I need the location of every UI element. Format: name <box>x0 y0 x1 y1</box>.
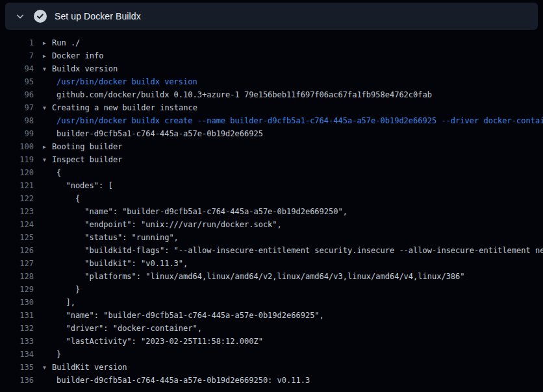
log-line-row: 133 "lastActivity": "2023-02-25T11:58:12… <box>0 335 543 348</box>
group-header[interactable]: ▼Creating a new builder instance <box>43 101 197 114</box>
group-header[interactable]: ▶Booting builder <box>43 140 122 153</box>
output-text: github.com/docker/buildx 0.10.3+azure-1 … <box>43 88 432 101</box>
output-text: ], <box>43 296 75 309</box>
log-line-row: 98/usr/bin/docker buildx create --name b… <box>0 114 543 127</box>
group-label: Buildx version <box>52 64 118 73</box>
line-number[interactable]: 97 <box>0 101 34 114</box>
line-number[interactable]: 119 <box>0 153 34 166</box>
line-number[interactable]: 7 <box>0 49 34 62</box>
triangle-right-icon: ▶ <box>43 141 52 154</box>
output-text: builder-d9cfb5a1-c764-445a-a57e-0b19d2e6… <box>43 374 310 387</box>
line-number[interactable]: 131 <box>0 309 34 322</box>
group-label: Docker info <box>52 51 103 60</box>
log-line-row: 129 } <box>0 283 543 296</box>
line-number[interactable]: 96 <box>0 88 34 101</box>
output-text: "driver": "docker-container", <box>43 322 202 335</box>
log-line-row: 132 "driver": "docker-container", <box>0 322 543 335</box>
log-line-row: 95/usr/bin/docker buildx version <box>0 75 543 88</box>
log-line-row: 122 { <box>0 192 543 205</box>
line-number[interactable]: 135 <box>0 361 34 374</box>
log-group-row: 97▼Creating a new builder instance <box>0 101 543 114</box>
step-title: Set up Docker Buildx <box>55 11 141 21</box>
group-header[interactable]: ▼Buildx version <box>43 62 118 75</box>
log-group-row: 100▶Booting builder <box>0 140 543 153</box>
line-number[interactable]: 128 <box>0 270 34 283</box>
log-line-row: 126 "buildkitd-flags": "--allow-insecure… <box>0 244 543 257</box>
line-number[interactable]: 130 <box>0 296 34 309</box>
line-number[interactable]: 122 <box>0 192 34 205</box>
line-number[interactable]: 134 <box>0 348 34 361</box>
log-group-row: 7▶Docker info <box>0 49 543 62</box>
log-line-row: 128 "platforms": "linux/amd64,linux/amd6… <box>0 270 543 283</box>
line-number[interactable]: 125 <box>0 231 34 244</box>
output-text: "nodes": [ <box>43 179 113 192</box>
group-label: BuildKit version <box>52 363 127 372</box>
log-line-row: 125 "status": "running", <box>0 231 543 244</box>
output-text: { <box>43 166 61 179</box>
output-text: "lastActivity": "2023-02-25T11:58:12.000… <box>43 335 263 348</box>
line-number[interactable]: 133 <box>0 335 34 348</box>
line-number[interactable]: 129 <box>0 283 34 296</box>
line-number[interactable]: 124 <box>0 218 34 231</box>
triangle-down-icon: ▼ <box>43 154 52 167</box>
output-text: "status": "running", <box>43 231 179 244</box>
line-number[interactable]: 121 <box>0 179 34 192</box>
line-number[interactable]: 126 <box>0 244 34 257</box>
output-text: "endpoint": "unix:///var/run/docker.sock… <box>43 218 282 231</box>
check-circle-icon <box>34 10 47 23</box>
line-number[interactable]: 132 <box>0 322 34 335</box>
group-label: Run ./ <box>52 38 80 47</box>
group-header[interactable]: ▼BuildKit version <box>43 361 127 374</box>
line-number[interactable]: 95 <box>0 75 34 88</box>
output-text: "platforms": "linux/amd64,linux/amd64/v2… <box>43 270 465 283</box>
log-line-row: 136builder-d9cfb5a1-c764-445a-a57e-0b19d… <box>0 374 543 387</box>
line-number[interactable]: 99 <box>0 127 34 140</box>
log-line-row: 96github.com/docker/buildx 0.10.3+azure-… <box>0 88 543 101</box>
log-line-row: 120{ <box>0 166 543 179</box>
line-number[interactable]: 94 <box>0 62 34 75</box>
log-group-row: 94▼Buildx version <box>0 62 543 75</box>
log-group-row: 135▼BuildKit version <box>0 361 543 374</box>
log-line-row: 127 "buildkit": "v0.11.3", <box>0 257 543 270</box>
log-container: 1▶Run ./7▶Docker info94▼Buildx version95… <box>0 30 543 387</box>
line-number[interactable]: 127 <box>0 257 34 270</box>
command-text: /usr/bin/docker buildx version <box>43 75 197 88</box>
group-label: Booting builder <box>52 142 122 151</box>
log-group-row: 119▼Inspect builder <box>0 153 543 166</box>
line-number[interactable]: 1 <box>0 36 34 49</box>
triangle-down-icon: ▼ <box>43 63 52 76</box>
step-header[interactable]: Set up Docker Buildx <box>5 3 538 30</box>
triangle-down-icon: ▼ <box>43 102 52 115</box>
group-label: Creating a new builder instance <box>52 103 197 112</box>
log-line-row: 99builder-d9cfb5a1-c764-445a-a57e-0b19d2… <box>0 127 543 140</box>
log-line-row: 134} <box>0 348 543 361</box>
output-text: { <box>43 192 80 205</box>
log-line-row: 124 "endpoint": "unix:///var/run/docker.… <box>0 218 543 231</box>
triangle-down-icon: ▼ <box>43 361 52 374</box>
output-text: "name": "builder-d9cfb5a1-c764-445a-a57e… <box>43 205 347 218</box>
triangle-right-icon: ▶ <box>43 50 52 63</box>
log-line-row: 131 "name": "builder-d9cfb5a1-c764-445a-… <box>0 309 543 322</box>
log-group-row: 1▶Run ./ <box>0 36 543 49</box>
output-text: } <box>43 348 61 361</box>
line-number[interactable]: 98 <box>0 114 34 127</box>
output-text: "name": "builder-d9cfb5a1-c764-445a-a57e… <box>43 309 324 322</box>
output-text: "buildkit": "v0.11.3", <box>43 257 188 270</box>
line-number[interactable]: 120 <box>0 166 34 179</box>
log-line-row: 130 ], <box>0 296 543 309</box>
line-number[interactable]: 123 <box>0 205 34 218</box>
line-number[interactable]: 100 <box>0 140 34 153</box>
log-line-row: 123 "name": "builder-d9cfb5a1-c764-445a-… <box>0 205 543 218</box>
group-header[interactable]: ▼Inspect builder <box>43 153 122 166</box>
chevron-down-icon[interactable] <box>12 8 29 25</box>
output-text: } <box>43 283 80 296</box>
command-text: /usr/bin/docker buildx create --name bui… <box>43 114 543 127</box>
log-line-row: 121 "nodes": [ <box>0 179 543 192</box>
line-number[interactable]: 136 <box>0 374 34 387</box>
output-text: builder-d9cfb5a1-c764-445a-a57e-0b19d2e6… <box>43 127 263 140</box>
group-header[interactable]: ▶Run ./ <box>43 36 80 49</box>
group-header[interactable]: ▶Docker info <box>43 49 103 62</box>
triangle-right-icon: ▶ <box>43 37 52 50</box>
group-label: Inspect builder <box>52 155 122 164</box>
output-text: "buildkitd-flags": "--allow-insecure-ent… <box>43 244 543 257</box>
